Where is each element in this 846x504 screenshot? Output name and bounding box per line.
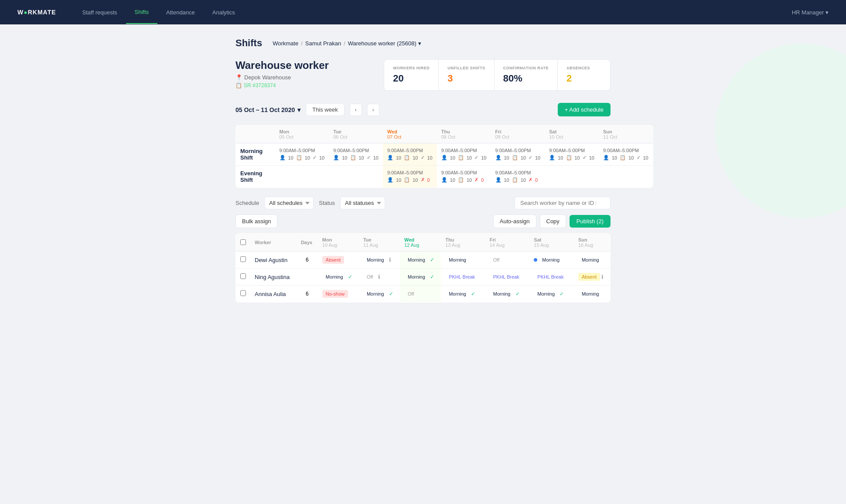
worker-days-1: 6 [297, 252, 318, 269]
cell-3-thu[interactable]: Morning ✓ [441, 286, 485, 303]
shift-fri-morning[interactable]: 9:00AM–5:00PM 👤10 📋10 ✓10 [491, 143, 545, 166]
col-checkbox [236, 234, 251, 252]
shift-sun-morning[interactable]: 9:00AM–5:00PM 👤10 📋10 ✓10 [599, 143, 653, 166]
shift-wed-morning[interactable]: 9:00AM–5:00PM 👤10 📋10 ✓10 [383, 143, 437, 166]
cell-1-sun[interactable]: Morning [574, 252, 611, 269]
cell-1-tue[interactable]: Morning ℹ [359, 252, 400, 269]
worker-filters: Schedule All schedules Status All status… [235, 197, 611, 209]
col-fri: Fri09 Oct [491, 126, 545, 143]
row-checkbox-3[interactable] [236, 286, 251, 303]
nav-attendance[interactable]: Attendance [157, 1, 204, 24]
stat-unfilled-shifts: UNFILLED SHIFTS 3 [439, 60, 494, 90]
table-row: Ning Agustina Morning ✓ Off ℹ Morning ✓ … [236, 269, 611, 286]
col-thu-aug: Thu13 Aug [441, 234, 485, 252]
shift-tue-evening [329, 166, 383, 188]
cell-3-tue[interactable]: Morning ✓ [359, 286, 400, 303]
col-sat-aug: Sat15 Aug [529, 234, 574, 252]
shift-fri-evening[interactable]: 9:00AM–5:00PM 👤10 📋10 ✗0 [491, 166, 545, 188]
nav-staff-requests[interactable]: Staff requests [74, 1, 126, 24]
table-row: Dewi Agustin 6 Absent Morning ℹ Morning … [236, 252, 611, 269]
shift-mon-evening [275, 166, 329, 188]
worker-name-3: Annisa Aulia [250, 286, 297, 303]
stat-confirmation-rate: CONFIRMATION RATE 80% [495, 60, 557, 90]
breadcrumb-path: Workmate / Samut Prakan / Warehouse work… [273, 40, 421, 47]
prev-week-button[interactable]: ‹ [350, 104, 362, 116]
nav-shifts[interactable]: Shifts [126, 1, 158, 24]
col-wed-aug: Wed12 Aug [400, 234, 441, 252]
morning-shift-label: Morning Shift [236, 143, 275, 166]
cell-1-sat[interactable]: Morning [529, 252, 574, 269]
select-all-checkbox[interactable] [240, 239, 246, 245]
row-checkbox-1[interactable] [236, 252, 251, 269]
schedule-filter-select[interactable]: All schedules [264, 197, 314, 209]
breadcrumb-current[interactable]: Warehouse worker (25608) ▾ [348, 40, 421, 47]
col-sat: Sat10 Oct [545, 126, 599, 143]
next-week-button[interactable]: › [367, 104, 379, 116]
shift-sun-evening [599, 166, 653, 188]
main-content: Shifts Workmate / Samut Prakan / Warehou… [227, 24, 619, 316]
auto-assign-button[interactable]: Auto-assign [493, 215, 536, 228]
search-input[interactable] [515, 197, 611, 209]
add-schedule-button[interactable]: + Add schedule [558, 103, 611, 116]
workers-table: Worker Days Mon10 Aug Tue11 Aug Wed12 Au… [235, 233, 611, 303]
bulk-assign-button[interactable]: Bulk assign [235, 215, 277, 228]
shift-sat-evening [545, 166, 599, 188]
col-mon-aug: Mon10 Aug [318, 234, 359, 252]
cell-1-wed[interactable]: Morning ✓ [400, 252, 441, 269]
cell-3-sat[interactable]: Morning ✓ [529, 286, 574, 303]
shift-wed-evening[interactable]: 9:00AM–5:00PM 👤10 📋10 ✗0 [383, 166, 437, 188]
shift-sat-morning[interactable]: 9:00AM–5:00PM 👤10 📋10 ✓10 [545, 143, 599, 166]
breadcrumb-workmate[interactable]: Workmate [273, 40, 298, 47]
status-filter-select[interactable]: All statuses [340, 197, 385, 209]
morning-shift-row: Morning Shift 9:00AM–5:00PM 👤10 📋10 ✓10 … [236, 143, 653, 166]
cell-1-mon[interactable]: Absent [318, 252, 359, 269]
col-tue-aug: Tue11 Aug [359, 234, 400, 252]
worker-days-3: 6 [297, 286, 318, 303]
date-range-picker[interactable]: 05 Oct – 11 Oct 2020 ▾ [235, 106, 300, 113]
cell-3-mon[interactable]: No-show [318, 286, 359, 303]
col-wed: Wed07 Oct [383, 126, 437, 143]
worker-location: 📍 Depok Warehouse [235, 74, 373, 81]
worker-name-2: Ning Agustina [250, 269, 297, 286]
stat-workers-hired: WORKERS HIRED 20 [384, 60, 438, 90]
cell-2-tue[interactable]: Off ℹ [359, 269, 400, 286]
copy-button[interactable]: Copy [540, 215, 566, 228]
shift-tue-morning[interactable]: 9:00AM–5:00PM 👤10 📋10 ✓10 [329, 143, 383, 166]
cell-2-fri[interactable]: PKHL Break [485, 269, 530, 286]
worker-sr[interactable]: 📋 SR #3728374 [235, 82, 373, 89]
col-mon: Mon05 Oct [275, 126, 329, 143]
cell-2-mon[interactable]: Morning ✓ [318, 269, 359, 286]
row-checkbox-2[interactable] [236, 269, 251, 286]
col-shift-name [236, 126, 275, 143]
cell-3-fri[interactable]: Morning ✓ [485, 286, 530, 303]
shift-thu-morning[interactable]: 9:00AM–5:00PM 👤10 📋10 ✓10 [437, 143, 491, 166]
table-row: Annisa Aulia 6 No-show Morning ✓ Off Mor… [236, 286, 611, 303]
schedule-table: Mon05 Oct Tue06 Oct Wed07 Oct Thu08 Oct … [235, 125, 653, 188]
cell-2-sun[interactable]: Absent ℹ [574, 269, 611, 286]
cell-3-wed[interactable]: Off [400, 286, 441, 303]
brand-logo[interactable]: W●RKMATE [17, 9, 56, 16]
cell-2-wed[interactable]: Morning ✓ [400, 269, 441, 286]
cell-1-thu[interactable]: Morning [441, 252, 485, 269]
bg-circle [715, 44, 846, 218]
evening-shift-label: Evening Shift [236, 166, 275, 188]
cell-2-thu[interactable]: PKHL Break [441, 269, 485, 286]
stats-cards: WORKERS HIRED 20 UNFILLED SHIFTS 3 CONFI… [384, 59, 611, 91]
col-fri-aug: Fri14 Aug [485, 234, 530, 252]
worker-info: Warehouse worker 📍 Depok Warehouse 📋 SR … [235, 59, 373, 89]
col-days: Days [297, 234, 318, 252]
worker-name-1: Dewi Agustin [250, 252, 297, 269]
publish-button[interactable]: Publish (2) [570, 215, 611, 228]
shift-thu-evening[interactable]: 9:00AM–5:00PM 👤10 📋10 ✗0 [437, 166, 491, 188]
page-title: Shifts [235, 37, 262, 49]
breadcrumb-samut-prakan[interactable]: Samut Prakan [305, 40, 341, 47]
col-sun: Sun11 Oct [599, 126, 653, 143]
user-menu[interactable]: HR Manager ▾ [792, 9, 829, 16]
cell-3-sun[interactable]: Morning [574, 286, 611, 303]
shift-mon-morning[interactable]: 9:00AM–5:00PM 👤10 📋10 ✓10 [275, 143, 329, 166]
col-thu: Thu08 Oct [437, 126, 491, 143]
cell-1-fri[interactable]: Off [485, 252, 530, 269]
this-week-button[interactable]: This week [306, 103, 345, 116]
nav-analytics[interactable]: Analytics [204, 1, 244, 24]
cell-2-sat[interactable]: PKHL Break [529, 269, 574, 286]
